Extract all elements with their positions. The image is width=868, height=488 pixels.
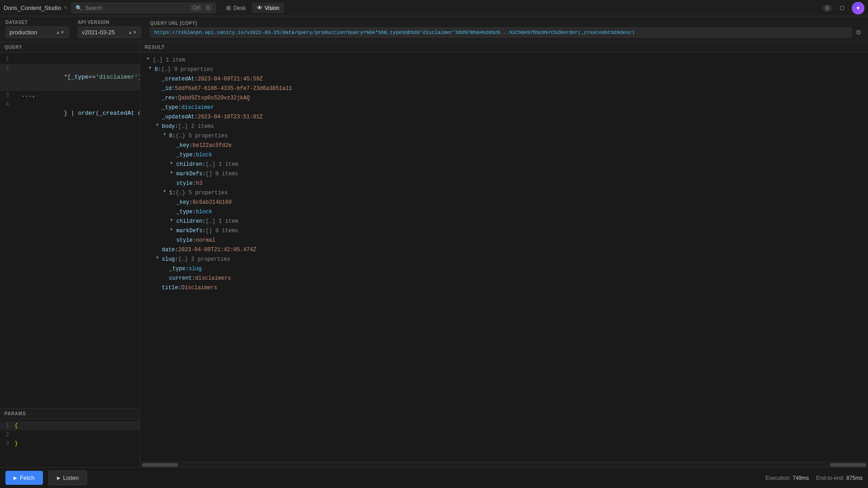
dataset-select[interactable]: production ▲▼ <box>5 27 69 38</box>
result-root: […] 1 item <box>140 56 868 65</box>
expand-body-0-markdefs[interactable] <box>169 170 175 175</box>
expand-body-1[interactable] <box>162 189 167 194</box>
search-kbd-k: K <box>205 5 212 11</box>
result-0-rev: _rev: Qabd9Ztxp0s520vz32jkAQ <box>140 94 868 103</box>
result-body-0-type: _type: block <box>140 150 868 160</box>
line-content-3: ..., <box>13 91 38 100</box>
search-kbd-ctrl: Ctrl <box>190 5 202 11</box>
main-area: DATASET production ▲▼ API VERSION v2021-… <box>0 16 868 488</box>
result-slug-type: _type: slug <box>140 264 868 274</box>
expand-slug[interactable] <box>155 255 160 261</box>
desk-icon: ⊞ <box>226 5 231 11</box>
params-line-1: 1 { <box>0 421 140 430</box>
result-body-1-style: style: normal <box>140 236 868 245</box>
params-editor[interactable]: 1 { 2 3 } <box>0 419 140 467</box>
result-body-0: 0: {…} 5 properties <box>140 131 868 141</box>
line4-order: order <box>78 110 95 117</box>
line-num-2: 2 <box>0 64 13 73</box>
avatar[interactable]: ▼ <box>852 2 864 14</box>
query-label: QUERY <box>0 42 140 53</box>
tab-vision[interactable]: 👁 Vision <box>252 3 284 13</box>
query-section: QUERY 1 2 *[_type=='disclaimer']{ 3 <box>0 42 140 408</box>
line-content-4: } | order(_createdAt desc) <box>13 100 140 127</box>
query-line-1: 1 <box>0 55 140 64</box>
params-line-2: 2 <box>0 430 140 439</box>
line-num-4: 4 <box>0 100 13 109</box>
result-body-0-children: children: […] 1 item <box>140 160 868 169</box>
result-body-0-style: style: h3 <box>140 179 868 188</box>
api-version-select-input[interactable]: v2021-03-25 <box>82 29 125 36</box>
right-panel: RESULT […] 1 item 0: {…} 9 properties _c… <box>140 42 868 467</box>
expand-body-1-markdefs[interactable] <box>169 227 175 232</box>
end-to-end-value: 875ms <box>846 475 863 481</box>
execution-status: Execution: 749ms <box>765 475 809 481</box>
expand-root[interactable] <box>146 56 151 61</box>
eye-icon: 👁 <box>257 5 263 11</box>
app-title: Doris_Content_Studio ✎ <box>4 5 68 11</box>
copy-icon[interactable]: ⧉ <box>854 28 863 37</box>
expand-0[interactable] <box>147 66 153 71</box>
title-text: Doris_Content_Studio <box>4 5 61 11</box>
dataset-select-input[interactable]: production <box>9 29 53 36</box>
api-version-select-arrow: ▲▼ <box>128 30 137 35</box>
bottom-bar: ▶ Fetch ▶ Listen Execution: 749ms End-to… <box>0 467 868 488</box>
listen-button[interactable]: ▶ Listen <box>48 470 88 485</box>
search-placeholder: Search <box>85 5 188 11</box>
result-body-0-key: _key: be122ac5fd2e <box>140 141 868 150</box>
query-url-input: https://zsklanpn.api.sanity.io/v2021-03-… <box>150 28 852 38</box>
fetch-label: Fetch <box>20 474 35 481</box>
result-0-date: date: 2023-04-09T21:42:05.474Z <box>140 245 868 255</box>
params-content-3: } <box>13 439 20 448</box>
result-body-0-markDefs: markDefs: [] 0 items <box>140 169 868 179</box>
result-0-title: title: Disclaimers <box>140 283 868 293</box>
result-slug-current: current: disclaimers <box>140 274 868 283</box>
line-num-3: 3 <box>0 91 13 100</box>
api-version-group: API VERSION v2021-03-25 ▲▼ <box>78 20 141 38</box>
config-row: DATASET production ▲▼ API VERSION v2021-… <box>0 16 868 42</box>
query-url-group: QUERY URL [COPY] https://zsklanpn.api.sa… <box>150 21 863 38</box>
fetch-button[interactable]: ▶ Fetch <box>5 471 43 485</box>
query-editor[interactable]: 1 2 *[_type=='disclaimer']{ 3 ..., <box>0 53 140 408</box>
execution-value: 749ms <box>793 475 809 481</box>
expand-body-1-children[interactable] <box>169 217 175 223</box>
result-0-slug: slug: {…} 2 properties <box>140 255 868 264</box>
dataset-select-arrow: ▲▼ <box>56 30 65 35</box>
params-content-1: { <box>13 421 20 430</box>
result-0: 0: {…} 9 properties <box>140 65 868 75</box>
expand-body-0-children[interactable] <box>169 160 175 166</box>
query-line-4: 4 } | order(_createdAt desc) <box>0 100 140 127</box>
scroll-thumb-left[interactable] <box>142 463 178 467</box>
tab-desk[interactable]: ⊞ Desk <box>222 3 250 13</box>
line2-type: _type <box>71 74 89 80</box>
api-version-label: API VERSION <box>78 20 141 25</box>
dataset-group: DATASET production ▲▼ <box>5 20 69 38</box>
result-0-updatedAt: _updatedAt: 2023-04-10T23:51:01Z <box>140 113 868 122</box>
expand-body-0[interactable] <box>162 132 167 137</box>
api-version-select[interactable]: v2021-03-25 ▲▼ <box>78 27 141 38</box>
notification-badge[interactable]: 0 <box>823 5 832 12</box>
result-body-1-type: _type: block <box>140 207 868 217</box>
params-label: PARAMS <box>0 408 140 419</box>
share-icon[interactable]: ⬡ <box>835 2 848 14</box>
search-bar[interactable]: 🔍 Search Ctrl K <box>71 3 216 13</box>
params-num-3: 3 <box>0 439 13 448</box>
result-0-body: body: […] 2 items <box>140 122 868 131</box>
params-num-2: 2 <box>0 430 13 439</box>
status-bar: Execution: 749ms End-to-end: 875ms <box>765 475 863 481</box>
result-0-id: _id: 5ddf6a67-6186-4335-bfe7-23d6a3851a1… <box>140 84 868 94</box>
topbar: Doris_Content_Studio ✎ 🔍 Search Ctrl K ⊞… <box>0 0 868 16</box>
query-url-row: https://zsklanpn.api.sanity.io/v2021-03-… <box>150 28 863 38</box>
search-icon: 🔍 <box>75 5 82 11</box>
line2-star: *[ <box>64 74 71 80</box>
result-0-type: _type: disclaimer <box>140 103 868 113</box>
edit-icon[interactable]: ✎ <box>64 5 68 11</box>
result-summary: […] 1 item <box>153 56 185 65</box>
expand-body[interactable] <box>155 122 160 128</box>
params-line-3: 3 } <box>0 439 140 448</box>
horizontal-scrollbar[interactable] <box>140 462 868 467</box>
params-num-1: 1 <box>0 421 13 430</box>
result-section[interactable]: […] 1 item 0: {…} 9 properties _createdA… <box>140 53 868 462</box>
scroll-thumb-right[interactable] <box>830 463 866 467</box>
dataset-label: DATASET <box>5 20 69 25</box>
editor-area: QUERY 1 2 *[_type=='disclaimer']{ 3 <box>0 42 868 467</box>
